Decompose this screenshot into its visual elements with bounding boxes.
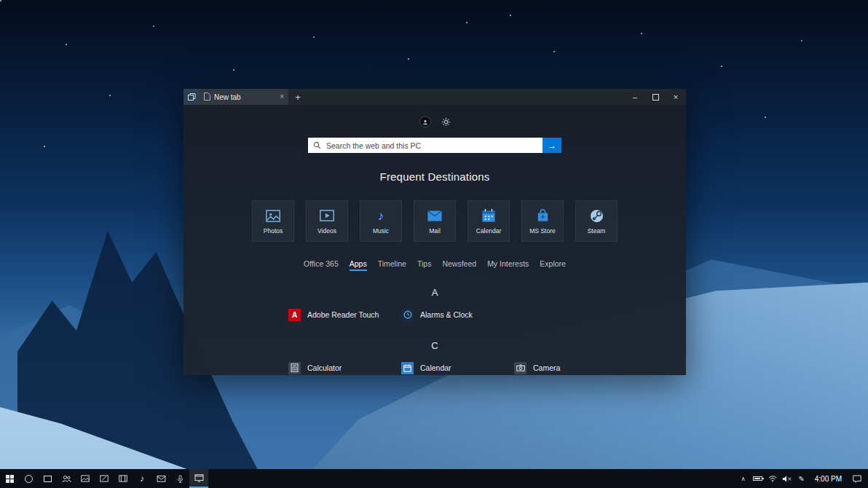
people-icon [62, 475, 71, 483]
new-tab-page: → Frequent Destinations Photos Videos ♪ … [184, 105, 686, 375]
action-center-icon [853, 475, 861, 483]
window-controls: – × [625, 89, 686, 105]
tile-label: MS Store [529, 227, 555, 235]
volume-button[interactable] [780, 469, 794, 488]
tile-calendar[interactable]: Calendar [467, 200, 510, 242]
music-icon: ♪ [140, 474, 144, 483]
screen-sketch-icon [100, 475, 108, 482]
tile-label: Steam [588, 227, 606, 235]
camera-icon [514, 362, 526, 374]
nav-tips[interactable]: Tips [417, 259, 431, 271]
taskbar-app-mail[interactable] [151, 469, 170, 488]
tile-steam[interactable]: Steam [575, 200, 618, 242]
hidden-icons-button[interactable]: ∧ [736, 469, 751, 488]
tile-photos[interactable]: Photos [252, 200, 294, 242]
taskbar-app-mic[interactable] [170, 469, 189, 488]
tile-music[interactable]: ♪ Music [360, 200, 402, 242]
task-view-icon [44, 476, 52, 482]
tile-mail[interactable]: Mail [414, 200, 456, 242]
taskbar-app-film[interactable] [114, 469, 133, 488]
nav-office-365[interactable]: Office 365 [304, 259, 339, 271]
tile-videos[interactable]: Videos [306, 200, 348, 242]
tile-label: Music [373, 227, 389, 235]
app-name: Calendar [420, 363, 451, 372]
photos-icon [266, 208, 280, 224]
tile-label: Mail [429, 227, 441, 235]
system-tray: ∧ ✎ 4:00 PM [736, 469, 868, 488]
taskbar-app-browser-active[interactable] [189, 469, 208, 488]
app-name: Camera [533, 363, 560, 372]
nav-apps[interactable]: Apps [350, 259, 367, 271]
tab-new-tab[interactable]: New tab × [200, 89, 288, 105]
mail-icon [157, 475, 166, 482]
app-list-section-a: A Adobe Reader Touch Alarms & Clock [288, 307, 638, 323]
tile-ms-store[interactable]: MS Store [521, 200, 564, 242]
app-name: Alarms & Clock [420, 310, 473, 319]
maximize-button[interactable] [645, 89, 666, 105]
volume-muted-icon [782, 475, 792, 483]
tile-label: Calendar [476, 227, 502, 235]
cortana-icon [25, 475, 33, 483]
taskbar: ♪ ∧ ✎ 4:00 PM [0, 469, 868, 488]
task-view-button[interactable] [38, 469, 57, 488]
profile-avatar[interactable] [419, 116, 431, 127]
start-button[interactable] [0, 469, 19, 488]
calendar-icon [482, 208, 495, 224]
network-button[interactable] [765, 469, 780, 488]
cortana-button[interactable] [19, 469, 38, 488]
maximize-icon [652, 94, 659, 101]
tab-close-icon[interactable]: × [280, 93, 284, 101]
tab-favicon [204, 90, 210, 103]
browser-window-icon [194, 474, 204, 482]
app-name: Adobe Reader Touch [307, 310, 379, 319]
taskbar-app-music[interactable]: ♪ [133, 469, 151, 488]
music-icon: ♪ [378, 208, 384, 224]
nav-my-interests[interactable]: My Interests [487, 259, 529, 271]
mic-icon [176, 474, 184, 484]
battery-button[interactable] [751, 469, 765, 488]
mail-icon [427, 208, 442, 224]
nav-newsfeed[interactable]: Newsfeed [442, 259, 476, 271]
user-icon [422, 115, 428, 128]
tab-preview-button[interactable] [184, 89, 200, 105]
search-icon [313, 139, 321, 152]
action-center-button[interactable] [848, 469, 867, 488]
wifi-icon [768, 475, 777, 483]
app-alarms-clock[interactable]: Alarms & Clock [401, 307, 514, 323]
taskbar-app-photos[interactable] [76, 469, 95, 488]
ms-store-icon [537, 208, 549, 224]
search-go-button[interactable]: → [542, 138, 561, 153]
app-calculator[interactable]: Calculator [288, 360, 401, 376]
windows-logo-icon [6, 475, 14, 483]
settings-gear-icon[interactable] [441, 117, 451, 127]
nav-timeline[interactable]: Timeline [378, 259, 406, 271]
taskbar-app-people[interactable] [57, 469, 76, 488]
tab-title: New tab [214, 93, 276, 101]
app-list-section-c: Calculator Calendar Camera [288, 360, 638, 376]
alarms-clock-icon [401, 309, 414, 321]
minimize-button[interactable]: – [625, 89, 645, 105]
app-adobe-reader-touch[interactable]: A Adobe Reader Touch [288, 307, 401, 323]
steam-icon [590, 208, 604, 224]
app-camera[interactable]: Camera [514, 360, 627, 376]
calendar-app-icon [401, 362, 414, 374]
search-input[interactable] [325, 137, 542, 154]
browser-window: New tab × + – × [184, 89, 686, 375]
search-box [308, 138, 542, 153]
newtab-nav: Office 365 Apps Timeline Tips Newsfeed M… [184, 259, 686, 271]
app-calendar[interactable]: Calendar [401, 360, 514, 376]
taskbar-clock[interactable]: 4:00 PM [809, 475, 848, 483]
close-button[interactable]: × [666, 89, 686, 105]
nav-explore[interactable]: Explore [540, 259, 566, 271]
battery-icon [753, 476, 762, 481]
videos-icon [320, 208, 334, 224]
photos-icon [81, 475, 90, 482]
top-icons-row [184, 116, 686, 127]
new-tab-button[interactable]: + [288, 89, 307, 105]
calculator-icon [288, 362, 301, 374]
tile-label: Videos [317, 227, 336, 235]
pen-button[interactable]: ✎ [794, 469, 809, 488]
section-letter-a: A [184, 287, 686, 298]
wallpaper-stars [0, 0, 1, 1]
taskbar-app-screen-sketch[interactable] [95, 469, 114, 488]
